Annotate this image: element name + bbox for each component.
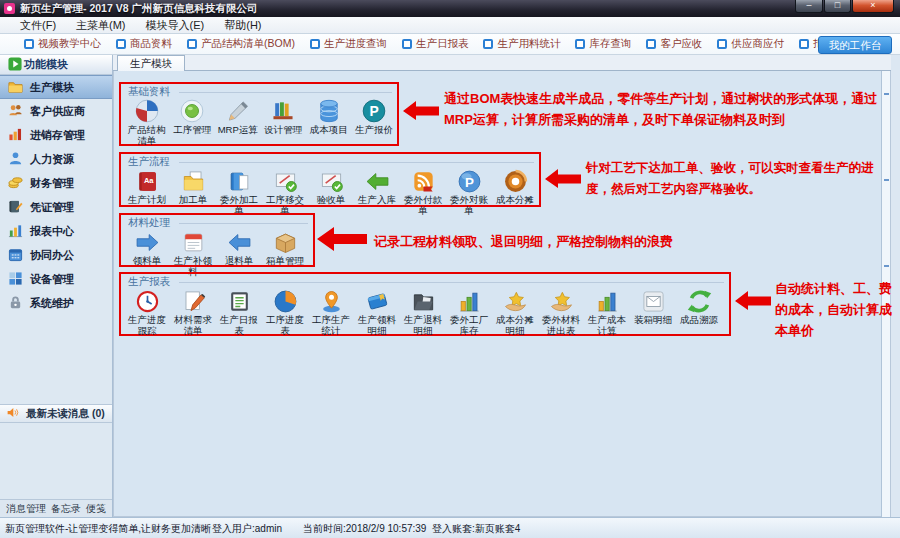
tab-production-module[interactable]: 生产模块 — [117, 55, 185, 71]
coins-icon — [8, 175, 24, 191]
module-allocation-detail[interactable]: 成本分摊明细 — [492, 287, 538, 336]
toolbar-item-daily-report[interactable]: 生产日报表 — [402, 37, 469, 51]
module-daily-report[interactable]: 生产日报表 — [216, 287, 262, 336]
my-workbench-button[interactable]: 我的工作台 — [818, 36, 892, 54]
toolbar-item-progress-query[interactable]: 生产进度查询 — [310, 37, 387, 51]
chart-icon — [8, 223, 24, 239]
menu-file[interactable]: 文件(F) — [10, 18, 66, 33]
module-process-progress[interactable]: 工序进度表 — [262, 287, 308, 336]
section-production-flow: 生产流程 Aa 生产计划 加工单 委外加工单 — [119, 152, 541, 207]
toolbar-item-goods-data[interactable]: 商品资料 — [116, 37, 172, 51]
sidebar: 功能模块 生产模块 客户供应商 进销存管理 人力资源 财务管理 凭证管理 报表 — [0, 55, 113, 517]
unread-messages-bar[interactable]: 最新未读消息 (0) — [0, 404, 112, 423]
module-requisition-detail[interactable]: 生产领料明细 — [354, 287, 400, 336]
sidebar-item-customers-suppliers[interactable]: 客户供应商 — [0, 99, 112, 123]
play-icon — [8, 57, 24, 73]
section-title: 生产流程 — [128, 155, 170, 169]
status-current-time: 当前时间:2018/2/9 10:57:39 — [303, 522, 426, 536]
module-cost-item[interactable]: 成本项目 — [306, 97, 352, 146]
module-material-demand[interactable]: 材料需求清单 — [170, 287, 216, 336]
module-outsource-payment[interactable]: 委外付款单 — [400, 167, 446, 216]
module-process-manage[interactable]: 工序管理 — [170, 97, 216, 146]
module-outsource-statement[interactable]: P 委外对账单 — [446, 167, 492, 216]
module-progress-tracking[interactable]: 生产进度跟踪 — [124, 287, 170, 336]
menu-module-import[interactable]: 模块导入(E) — [136, 18, 215, 33]
menu-main[interactable]: 主菜单(M) — [66, 18, 136, 33]
folder-page-icon — [181, 167, 206, 194]
module-supplementary-material[interactable]: 生产补领料 — [170, 228, 216, 277]
speaker-icon — [6, 406, 22, 422]
red-arrow-icon — [544, 168, 582, 190]
module-production-quote[interactable]: P 生产报价 — [352, 97, 398, 146]
window-controls: – □ × — [794, 0, 894, 13]
tab-strip: 生产模块 — [113, 55, 891, 71]
map-pin-icon — [319, 287, 344, 314]
sidebar-item-hr[interactable]: 人力资源 — [0, 147, 112, 171]
sidebar-item-reports[interactable]: 报表中心 — [0, 219, 112, 243]
tab-note[interactable]: 便笺 — [86, 502, 106, 516]
content-panel: 基础资料 产品结构清单 工序管理 MRP运算 — [113, 71, 891, 517]
minimize-button[interactable]: – — [795, 0, 823, 13]
module-production-inbound[interactable]: 生产入库 — [354, 167, 400, 216]
sidebar-item-system[interactable]: 系统维护 — [0, 291, 112, 315]
maximize-icon: □ — [835, 0, 840, 10]
minimize-icon: – — [806, 0, 811, 10]
tab-message-manage[interactable]: 消息管理 — [6, 502, 46, 516]
sidebar-item-inventory[interactable]: 进销存管理 — [0, 123, 112, 147]
module-mrp[interactable]: MRP运算 — [215, 97, 261, 146]
checkbox-icon — [402, 39, 412, 49]
clock-icon — [135, 287, 160, 314]
module-material-requisition[interactable]: 领料单 — [124, 228, 170, 277]
bar-chart-icon — [8, 127, 24, 143]
sidebar-item-production[interactable]: 生产模块 — [0, 75, 112, 99]
module-cost-allocation[interactable]: 成本分摊 — [492, 167, 538, 216]
module-outsource-order[interactable]: 委外加工单 — [216, 167, 262, 216]
module-cost-calculation[interactable]: 生产成本计算 — [584, 287, 630, 336]
section-basic-data: 基础资料 产品结构清单 工序管理 MRP运算 — [119, 82, 399, 146]
module-process-transfer[interactable]: 工序移交单 — [262, 167, 308, 216]
mail-box-icon — [641, 287, 666, 314]
pie-sphere-icon — [134, 97, 160, 124]
tab-memo[interactable]: 备忘录 — [51, 502, 81, 516]
toolbar-item-payable[interactable]: 供应商应付 — [717, 37, 784, 51]
module-return-detail[interactable]: 生产退料明细 — [400, 287, 446, 336]
sidebar-item-office[interactable]: 协同办公 — [0, 243, 112, 267]
module-packing-detail[interactable]: 装箱明细 — [630, 287, 676, 336]
module-production-plan[interactable]: Aa 生产计划 — [124, 167, 170, 216]
checkbox-icon — [483, 39, 493, 49]
toolbar-item-receivable[interactable]: 客户应收 — [646, 37, 702, 51]
checkbox-icon — [799, 39, 809, 49]
sidebar-item-voucher[interactable]: 凭证管理 — [0, 195, 112, 219]
module-work-order[interactable]: 加工单 — [170, 167, 216, 216]
menu-bar: 文件(F) 主菜单(M) 模块导入(E) 帮助(H) — [0, 17, 900, 34]
main-area: 生产模块 基础资料 产品结构清单 工序管理 — [113, 55, 891, 517]
module-packing-manage[interactable]: 箱单管理 — [262, 228, 308, 277]
carton-box-icon — [273, 228, 298, 255]
toolbar-item-video-center[interactable]: 视频教学中心 — [24, 37, 101, 51]
sidebar-item-finance[interactable]: 财务管理 — [0, 171, 112, 195]
database-icon — [316, 97, 342, 124]
module-material-return[interactable]: 退料单 — [216, 228, 262, 277]
toolbar-item-stock-query[interactable]: 库存查询 — [575, 37, 631, 51]
module-bom-list[interactable]: 产品结构清单 — [124, 97, 170, 146]
module-product-trace[interactable]: 成品溯源 — [676, 287, 722, 336]
pencil-icon — [225, 97, 251, 124]
toolbar-item-material-stats[interactable]: 生产用料统计 — [483, 37, 560, 51]
app-logo-icon — [4, 3, 15, 14]
menu-help[interactable]: 帮助(H) — [214, 18, 271, 33]
p-badge-icon: P — [361, 97, 387, 124]
arrow-right-blue-icon — [135, 228, 160, 255]
module-outsource-stock[interactable]: 委外工厂库存 — [446, 287, 492, 336]
module-design-manage[interactable]: 设计管理 — [261, 97, 307, 146]
calendar-icon — [8, 247, 24, 263]
module-process-stats[interactable]: 工序生产统计 — [308, 287, 354, 336]
note-page-icon — [181, 228, 206, 255]
toolbar-item-bom[interactable]: 产品结构清单(BOM) — [187, 37, 295, 51]
pie-chart-icon — [273, 287, 298, 314]
module-acceptance[interactable]: 验收单 — [308, 167, 354, 216]
sidebar-item-equipment[interactable]: 设备管理 — [0, 267, 112, 291]
donut-icon — [503, 167, 528, 194]
module-outsource-material-io[interactable]: 委外材料进出表 — [538, 287, 584, 336]
close-button[interactable]: × — [852, 0, 894, 13]
maximize-button[interactable]: □ — [824, 0, 851, 13]
